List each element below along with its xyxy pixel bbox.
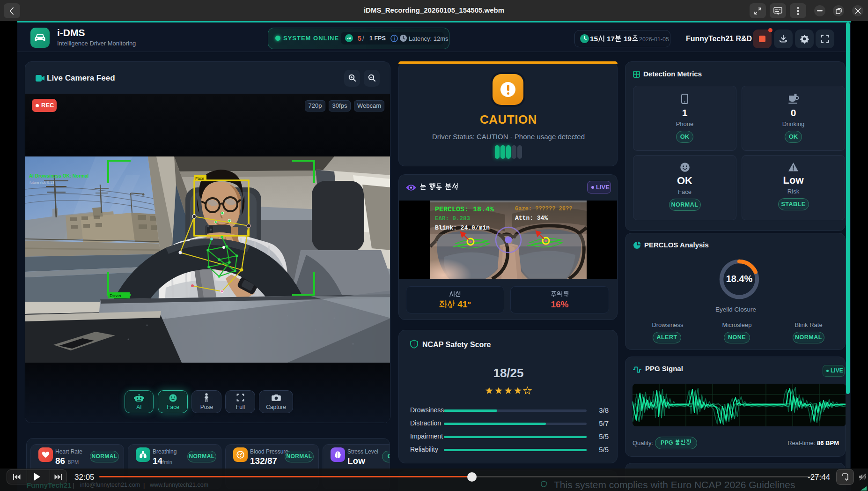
svg-text:PERCLOS: 18.4%: PERCLOS: 18.4% xyxy=(435,206,494,214)
svg-text:AI Drowsiness OK: Normal: AI Drowsiness OK: Normal xyxy=(29,173,88,179)
svg-text:EAR: 0.283: EAR: 0.283 xyxy=(435,216,470,222)
svg-text:Blink: 24.0/min: Blink: 24.0/min xyxy=(435,224,490,231)
svg-text:future risk 0.13: future risk 0.13 xyxy=(29,180,54,185)
svg-text:Attn: 34%: Attn: 34% xyxy=(515,215,548,222)
svg-text:Driver: Driver xyxy=(110,293,121,298)
svg-text:Face: Face xyxy=(195,176,204,181)
svg-text:Gaze: ?????? 26??: Gaze: ?????? 26?? xyxy=(515,206,572,212)
